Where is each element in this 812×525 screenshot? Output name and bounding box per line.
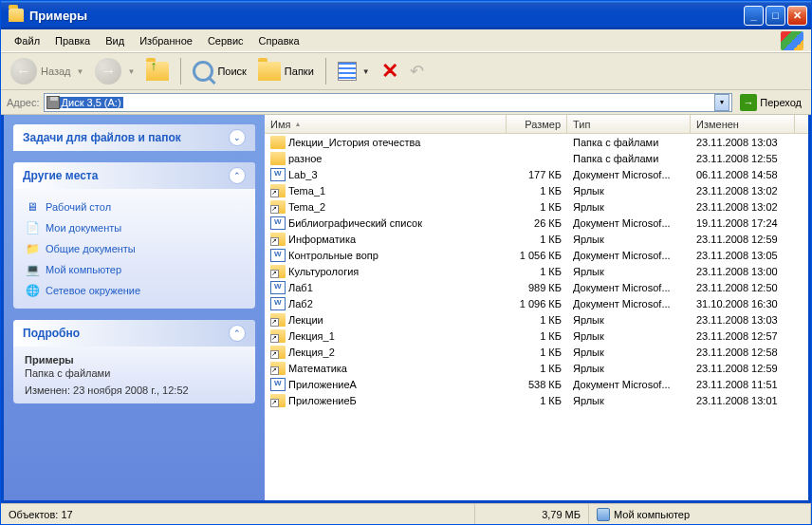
place-link[interactable]: 🌐Сетевое окружение	[25, 280, 244, 301]
menu-file[interactable]: Файл	[7, 33, 47, 48]
file-row[interactable]: разноеПапка с файлами23.11.2008 12:55	[265, 150, 808, 166]
views-dropdown-icon[interactable]: ▼	[362, 67, 370, 76]
file-size: 1 КБ	[507, 347, 567, 358]
file-rows[interactable]: Лекции_История отечестваПапка с файлами2…	[265, 134, 808, 500]
file-modified: 23.11.2008 12:58	[691, 347, 795, 358]
place-link[interactable]: 📁Общие документы	[25, 238, 244, 259]
go-button[interactable]: → Переход	[736, 94, 805, 111]
file-name: Лаб2	[288, 298, 313, 309]
address-dropdown-icon[interactable]: ▾	[714, 94, 729, 111]
chevron-up-icon[interactable]: ⌃	[229, 325, 246, 342]
place-icon: 📁	[25, 241, 40, 256]
file-row[interactable]: Математика1 КБЯрлык23.11.2008 12:59	[265, 360, 808, 376]
delete-button[interactable]: ✕	[378, 57, 402, 85]
file-size: 1 КБ	[507, 185, 567, 197]
column-type[interactable]: Тип	[567, 115, 691, 133]
titlebar[interactable]: Примеры _ □ ✕	[1, 1, 811, 29]
place-link[interactable]: 📄Мои документы	[25, 217, 244, 238]
undo-button[interactable]: ↶	[406, 59, 428, 84]
file-row[interactable]: Лаб1989 КБДокумент Microsof...23.11.2008…	[265, 279, 808, 295]
menu-favorites[interactable]: Избранное	[132, 33, 200, 48]
folder-icon	[270, 152, 286, 165]
file-row[interactable]: Информатика1 КБЯрлык23.11.2008 12:59	[265, 231, 808, 247]
chevron-up-icon[interactable]: ⌃	[229, 167, 246, 184]
file-modified: 23.11.2008 13:05	[691, 250, 795, 261]
file-row[interactable]: Tema_21 КБЯрлык23.11.2008 13:02	[265, 198, 808, 215]
file-type: Ярлык	[567, 185, 691, 197]
file-modified: 23.11.2008 13:01	[691, 395, 795, 406]
file-row[interactable]: Контрольные вопр1 056 КБДокумент Microso…	[265, 247, 808, 263]
file-row[interactable]: Лаб21 096 КБДокумент Microsof...31.10.20…	[265, 295, 808, 311]
file-size: 1 КБ	[507, 266, 567, 277]
search-label: Поиск	[217, 66, 246, 77]
address-combo[interactable]: Диск 3,5 (A:) ▾	[44, 93, 733, 112]
file-size: 989 КБ	[507, 282, 567, 293]
back-button[interactable]: ← Назад ▼	[7, 56, 87, 86]
file-row[interactable]: Лекция_21 КБЯрлык23.11.2008 12:58	[265, 344, 808, 360]
maximize-button[interactable]: □	[766, 6, 785, 26]
file-type: Ярлык	[567, 314, 691, 326]
shortcut-icon	[270, 362, 286, 375]
file-name: Лекция_2	[288, 347, 335, 358]
file-row[interactable]: ПриложениеБ1 КБЯрлык23.11.2008 13:01	[265, 392, 808, 408]
tasks-header[interactable]: Задачи для файлов и папок ⌄	[13, 124, 255, 151]
file-row[interactable]: Лекция_11 КБЯрлык23.11.2008 12:57	[265, 328, 808, 344]
file-type: Ярлык	[567, 266, 691, 277]
file-row[interactable]: Культурология1 КБЯрлык23.11.2008 13:00	[265, 263, 808, 279]
chevron-down-icon[interactable]: ⌄	[229, 129, 246, 146]
file-row[interactable]: ПриложениеА538 КБДокумент Microsof...23.…	[265, 376, 808, 392]
forward-button[interactable]: → ▼	[91, 56, 138, 86]
status-location: Мой компьютер	[589, 504, 811, 524]
file-row[interactable]: Lab_3177 КБДокумент Microsof...06.11.200…	[265, 166, 808, 182]
menu-tools[interactable]: Сервис	[200, 33, 251, 48]
back-dropdown-icon[interactable]: ▼	[77, 67, 84, 76]
go-arrow-icon: →	[740, 94, 757, 111]
places-header[interactable]: Другие места ⌃	[13, 162, 255, 189]
minimize-button[interactable]: _	[744, 6, 764, 26]
search-button[interactable]: Поиск	[189, 59, 249, 84]
file-size: 1 КБ	[507, 314, 567, 326]
file-modified: 23.11.2008 13:02	[691, 201, 795, 213]
side-panel: Задачи для файлов и папок ⌄ Другие места…	[4, 115, 265, 500]
file-row[interactable]: Лекции1 КБЯрлык23.11.2008 13:03	[265, 311, 808, 328]
file-name: Лекции_История отечества	[288, 137, 420, 148]
word-icon	[270, 249, 286, 262]
up-button[interactable]: ↑	[142, 60, 173, 83]
file-type: Папка с файлами	[567, 137, 691, 148]
menubar: Файл Правка Вид Избранное Сервис Справка	[1, 29, 811, 52]
shortcut-icon	[270, 394, 286, 407]
delete-icon: ✕	[381, 59, 398, 84]
column-size[interactable]: Размер	[507, 115, 567, 133]
column-name[interactable]: Имя▲	[265, 115, 507, 133]
place-icon: 💻	[25, 262, 40, 277]
file-modified: 19.11.2008 17:24	[691, 217, 795, 229]
separator	[325, 58, 326, 84]
place-link[interactable]: 🖥Рабочий стол	[25, 197, 244, 217]
file-size: 538 КБ	[507, 379, 567, 390]
file-row[interactable]: Лекции_История отечестваПапка с файлами2…	[265, 134, 808, 150]
file-type: Ярлык	[567, 234, 691, 245]
views-button[interactable]: ▼	[334, 60, 374, 83]
folders-button[interactable]: Папки	[254, 60, 318, 83]
places-title: Другие места	[23, 169, 229, 182]
menu-view[interactable]: Вид	[98, 33, 132, 48]
word-icon	[270, 216, 286, 230]
details-header[interactable]: Подробно ⌃	[13, 320, 255, 347]
column-modified[interactable]: Изменен	[691, 115, 795, 133]
details-type: Папка с файлами	[25, 367, 244, 379]
details-name: Примеры	[25, 354, 244, 367]
file-type: Документ Microsof...	[567, 298, 691, 309]
file-modified: 23.11.2008 12:50	[691, 282, 795, 293]
menu-edit[interactable]: Правка	[47, 33, 98, 48]
file-name: Tema_2	[288, 201, 325, 213]
close-button[interactable]: ✕	[787, 6, 807, 26]
file-row[interactable]: Библиографический список26 КБДокумент Mi…	[265, 215, 808, 231]
menu-help[interactable]: Справка	[251, 33, 307, 48]
file-row[interactable]: Tema_11 КБЯрлык23.11.2008 13:02	[265, 182, 808, 198]
file-type: Документ Microsof...	[567, 250, 691, 261]
place-link[interactable]: 💻Мой компьютер	[25, 259, 244, 280]
file-modified: 23.11.2008 12:55	[691, 153, 795, 164]
forward-dropdown-icon[interactable]: ▼	[127, 67, 135, 76]
file-modified: 23.11.2008 13:03	[691, 314, 795, 326]
folder-icon	[270, 136, 286, 149]
